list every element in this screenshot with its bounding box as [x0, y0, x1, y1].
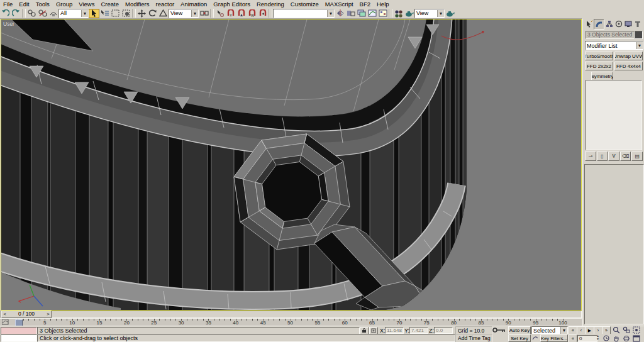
configure-modifier-sets-icon[interactable]: ▤	[631, 152, 643, 161]
current-frame-field[interactable]: 0	[577, 335, 597, 342]
menu-rendering[interactable]: Rendering	[253, 0, 287, 8]
select-and-manipulate-icon[interactable]	[214, 9, 225, 18]
ruler-label-65: 65	[369, 320, 375, 326]
rectangular-selection-region-icon[interactable]	[110, 9, 121, 18]
modifier-button-unwrap-uvw[interactable]: Unwrap UVW	[614, 52, 643, 60]
utilities-tab-icon[interactable]	[633, 19, 642, 28]
make-unique-icon[interactable]: ∀	[608, 152, 619, 161]
material-editor-icon[interactable]	[393, 9, 404, 18]
ruler-tick	[405, 319, 406, 321]
menu-bf2[interactable]: BF2	[357, 0, 374, 8]
selection-filter-dropdown[interactable]: All ▼	[58, 9, 89, 18]
maxscript-listener-white[interactable]	[1, 334, 37, 342]
redo-icon[interactable]	[11, 9, 21, 18]
show-end-result-icon[interactable]: ▯	[597, 152, 608, 161]
align-icon[interactable]	[345, 9, 356, 18]
y-coordinate-field[interactable]: 7.421	[409, 327, 428, 334]
remove-modifier-icon[interactable]: ⌫	[620, 152, 631, 161]
menu-tools[interactable]: Tools	[33, 0, 53, 8]
layer-manager-icon[interactable]	[356, 9, 367, 18]
curve-editor-icon[interactable]	[367, 9, 377, 18]
create-tab-icon[interactable]	[584, 19, 594, 28]
chevron-down-icon[interactable]: ▼	[437, 10, 444, 17]
render-type-dropdown[interactable]: View ▼	[414, 9, 445, 18]
modify-tab-icon[interactable]	[594, 19, 604, 30]
object-name-field[interactable]: 3 Objects Selected	[586, 31, 635, 39]
set-key-button[interactable]: Set Key	[508, 334, 531, 342]
bind-to-spacewarp-icon[interactable]	[48, 9, 58, 18]
modifier-button-turbosmooth[interactable]: TurboSmooth	[585, 52, 613, 60]
mini-curve-editor-icon[interactable]	[2, 319, 12, 325]
add-time-tag[interactable]: Add Time Tag	[455, 334, 492, 342]
hierarchy-tab-icon[interactable]	[604, 19, 614, 28]
menu-reactor[interactable]: reactor	[153, 0, 178, 8]
chevron-down-icon[interactable]: ▼	[191, 10, 198, 17]
previous-frame-arrow-icon[interactable]: <	[2, 311, 8, 317]
set-keys-key-icon[interactable]	[492, 326, 507, 334]
menu-customize[interactable]: Customize	[287, 0, 322, 8]
select-and-link-icon[interactable]	[26, 9, 37, 18]
modifier-stack-list[interactable]	[586, 80, 642, 150]
select-by-name-icon[interactable]	[99, 9, 110, 18]
named-selection-sets-dropdown[interactable]: ▼	[273, 9, 335, 18]
snap-toggle-3d-icon[interactable]: 3	[225, 9, 236, 18]
menu-views[interactable]: Views	[75, 0, 97, 8]
spinner-snap-icon[interactable]	[257, 9, 268, 18]
menu-graph-editors[interactable]: Graph Editors	[210, 0, 253, 8]
undo-icon[interactable]	[0, 9, 11, 18]
x-coordinate-field[interactable]: 11.648	[385, 327, 404, 334]
window-crossing-icon[interactable]	[121, 9, 131, 18]
quick-render-icon[interactable]	[445, 9, 455, 18]
reference-coordinate-dropdown[interactable]: View ▼	[169, 9, 199, 18]
chevron-down-icon[interactable]: ▼	[327, 10, 334, 17]
key-filters-button[interactable]: Key Filters...	[540, 334, 568, 342]
zoom-extents-icon[interactable]	[631, 326, 641, 334]
zoom-viewport-icon[interactable]	[611, 326, 621, 334]
select-and-move-icon[interactable]	[136, 9, 147, 18]
mirror-icon[interactable]	[335, 9, 345, 18]
perspective-viewport[interactable]: User	[1, 19, 582, 311]
maximize-viewport-toggle-icon[interactable]	[631, 334, 641, 342]
use-pivot-center-icon[interactable]	[199, 9, 209, 18]
schematic-view-icon[interactable]	[377, 9, 388, 18]
modifier-button-ffd-2x2x2[interactable]: FFD 2x2x2	[585, 62, 613, 70]
new-key-curve-icon[interactable]	[531, 334, 539, 341]
menu-help[interactable]: Help	[374, 0, 392, 8]
percent-snap-icon[interactable]: %	[247, 9, 257, 18]
zoom-all-icon[interactable]	[621, 326, 631, 334]
display-tab-icon[interactable]	[623, 19, 633, 28]
modifier-button-ffd-4x4x4[interactable]: FFD 4x4x4	[614, 62, 643, 70]
frame-spinner[interactable]: ▲▼	[596, 334, 599, 341]
z-coordinate-field[interactable]: 0.0	[434, 327, 453, 334]
select-and-scale-icon[interactable]	[158, 9, 169, 18]
time-slider-handle[interactable]: < 0 / 100 >	[1, 311, 52, 318]
pan-view-icon[interactable]	[611, 334, 621, 342]
time-configuration-icon[interactable]	[601, 334, 611, 342]
object-color-swatch[interactable]	[635, 31, 643, 39]
time-slider-track[interactable]: < 0 / 100 >	[1, 311, 582, 318]
unlink-selection-icon[interactable]	[37, 9, 48, 18]
menu-group[interactable]: Group	[53, 0, 75, 8]
chevron-down-icon[interactable]: ▼	[560, 327, 567, 334]
render-setup-icon[interactable]	[404, 9, 414, 18]
menu-file[interactable]: File	[0, 0, 16, 8]
select-object-button[interactable]	[89, 9, 99, 18]
menu-maxscript[interactable]: MAXScript	[322, 0, 357, 8]
chevron-down-icon[interactable]: ▼	[81, 10, 88, 17]
menu-create[interactable]: Create	[97, 0, 122, 8]
angle-snap-icon[interactable]	[236, 9, 247, 18]
next-frame-arrow-icon[interactable]: >	[45, 311, 51, 317]
arc-rotate-icon[interactable]	[621, 334, 631, 342]
select-and-rotate-icon[interactable]	[147, 9, 158, 18]
chevron-down-icon[interactable]: ▼	[636, 42, 643, 49]
menu-animation[interactable]: Animation	[177, 0, 210, 8]
menu-edit[interactable]: Edit	[16, 0, 32, 8]
modifier-button-symmetry[interactable]: Symmetry	[591, 72, 613, 80]
modifier-list-dropdown[interactable]: Modifier List ▼	[585, 41, 643, 50]
key-mode-toggle-button[interactable]: «	[569, 334, 577, 342]
pin-stack-icon[interactable]: ⊸	[585, 152, 596, 161]
ruler-label-40: 40	[233, 320, 238, 326]
motion-tab-icon[interactable]	[614, 19, 623, 28]
viewport-label[interactable]: User	[3, 21, 14, 27]
menu-modifiers[interactable]: Modifiers	[122, 0, 153, 8]
